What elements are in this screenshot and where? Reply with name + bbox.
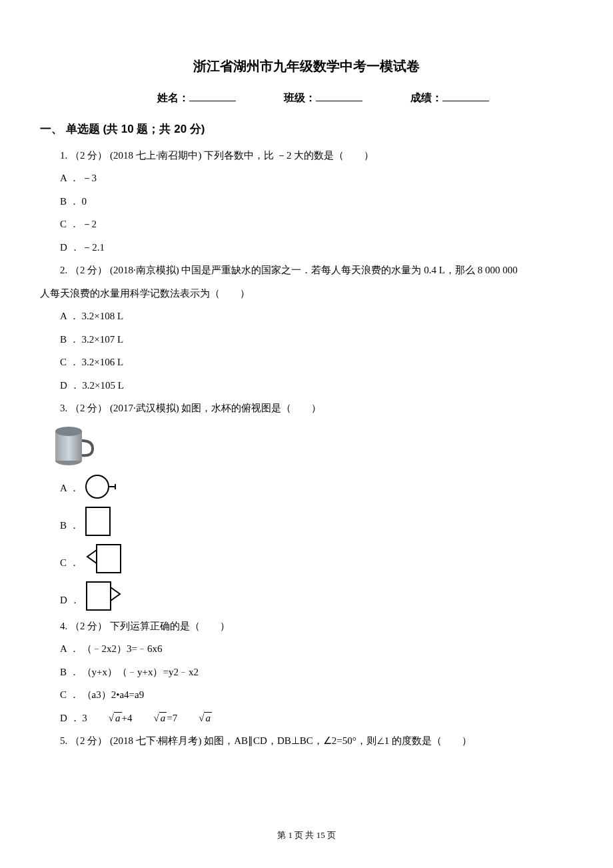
- q3-choice-a: A ．: [40, 473, 573, 501]
- q4-choice-a: A ． （﹣2x2）3=﹣6x6: [40, 639, 573, 659]
- q4-choice-b: B ． （y+x）（﹣y+x）=y2﹣x2: [40, 663, 573, 682]
- name-field: 姓名：: [157, 88, 236, 108]
- svg-point-2: [55, 427, 82, 436]
- exam-title: 浙江省湖州市九年级数学中考一模试卷: [40, 53, 573, 79]
- q5-stem: 5. （2 分） (2018 七下·桐梓月考) 如图，AB∥CD，DB⊥BC，∠…: [40, 731, 573, 751]
- q2-stem-line1: 2. （2 分） (2018·南京模拟) 中国是严重缺水的国家之一．若每人每天浪…: [40, 261, 573, 280]
- q3-stem: 3. （2 分） (2017·武汉模拟) 如图，水杯的俯视图是（ ）: [40, 399, 573, 418]
- score-field: 成绩：: [410, 88, 489, 108]
- q1-choice-b: B ． 0: [40, 192, 573, 211]
- circle-handle-icon: [83, 473, 120, 501]
- svg-rect-7: [97, 545, 121, 573]
- svg-rect-6: [86, 507, 110, 535]
- q1-choice-a: A ． －3: [40, 169, 573, 188]
- q3-choice-d: D ．: [40, 579, 573, 613]
- q4-stem: 4. （2 分） 下列运算正确的是（ ）: [40, 617, 573, 636]
- cup-3d-icon: [50, 422, 97, 469]
- page-footer: 第 1 页 共 15 页: [0, 827, 613, 844]
- square-right-triangle-icon: [84, 579, 124, 613]
- square-left-triangle-icon: [83, 542, 123, 575]
- svg-rect-8: [87, 582, 111, 610]
- svg-point-3: [86, 475, 109, 498]
- q4-choice-c: C ． （a3）2•a4=a9: [40, 685, 573, 705]
- q1-stem: 1. （2 分） (2018 七上·南召期中) 下列各数中，比 －2 大的数是（…: [40, 146, 573, 165]
- class-field: 班级：: [284, 88, 362, 108]
- q2-choice-d: D ． 3.2×105 L: [40, 376, 573, 395]
- header-row: 姓名： 班级： 成绩：: [40, 88, 573, 108]
- section-1-heading: 一、 单选题 (共 10 题；共 20 分): [40, 119, 573, 140]
- square-icon: [83, 505, 113, 538]
- q1-choice-c: C ． －2: [40, 215, 573, 234]
- q3-choice-b: B ．: [40, 505, 573, 538]
- q3-choice-c: C ．: [40, 542, 573, 575]
- q2-choice-a: A ． 3.2×108 L: [40, 307, 573, 326]
- q2-stem-line2: 人每天浪费的水量用科学记数法表示为（ ）: [40, 284, 573, 303]
- q2-choice-b: B ． 3.2×107 L: [40, 330, 573, 349]
- q2-choice-c: C ． 3.2×106 L: [40, 353, 573, 372]
- q1-choice-d: D ． －2.1: [40, 238, 573, 257]
- q4-choice-d: D ． 3a+4a=7a: [40, 709, 573, 728]
